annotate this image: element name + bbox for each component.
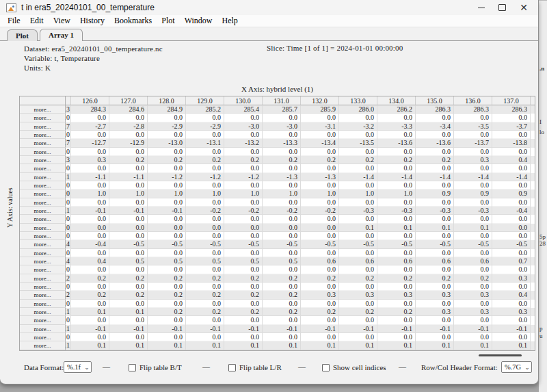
table-cell[interactable]: 0.0 (71, 215, 109, 223)
table-cell[interactable]: 0.0 (377, 164, 416, 172)
table-cell[interactable]: 0.2 (224, 291, 263, 299)
table-cell[interactable]: 0.0 (454, 164, 492, 172)
tab-array-1[interactable]: Array 1 (40, 29, 83, 41)
show-indices-checkbox[interactable] (322, 364, 330, 371)
table-cell[interactable]: 0.0 (492, 224, 531, 232)
table-cell[interactable]: -13.0 (148, 139, 186, 147)
table-cell[interactable]: 0.1 (416, 224, 454, 232)
table-cell[interactable]: -0.1 (109, 207, 148, 215)
table-cell[interactable]: -0.1 (186, 325, 224, 333)
table-cell[interactable]: -0.5 (224, 240, 263, 248)
table-cell[interactable]: 0.0 (186, 114, 224, 122)
table-cell[interactable]: 0.0 (71, 333, 109, 341)
table-cell[interactable]: -0.3 (416, 207, 454, 215)
table-cell[interactable]: 0.1 (186, 341, 224, 350)
table-cell[interactable]: 0.0 (224, 265, 263, 274)
menu-file[interactable]: File (3, 16, 25, 26)
table-cell[interactable]: 0.0 (109, 224, 148, 232)
table-cell[interactable]: 0.0 (454, 249, 492, 257)
table-cell[interactable]: 0.0 (186, 215, 224, 223)
table-cell[interactable]: 0.2 (186, 291, 224, 299)
table-cell[interactable]: 0.0 (109, 114, 148, 122)
table-cell[interactable]: 0.0 (492, 131, 531, 139)
table-cell[interactable]: 1.0 (263, 190, 301, 198)
table-cell[interactable]: 0.0 (492, 181, 531, 190)
table-cell[interactable]: 0.0 (109, 232, 148, 240)
table-cell[interactable]: 0.0 (71, 164, 109, 172)
table-cell[interactable]: 286.2 (377, 105, 416, 114)
table-cell[interactable]: 0.0 (71, 224, 109, 232)
table-cell[interactable]: 0.3 (339, 291, 377, 299)
table-cell[interactable]: 286.3 (492, 105, 531, 114)
table-cell[interactable]: 0.3 (416, 308, 454, 316)
table-cell[interactable]: -1.2 (224, 173, 263, 181)
table-cell[interactable]: 0.2 (186, 156, 224, 164)
table-cell[interactable]: 0.0 (148, 215, 186, 223)
table-cell[interactable]: 0.2 (71, 291, 109, 299)
table-cell[interactable]: -0.2 (263, 207, 301, 215)
table-cell[interactable]: 0.2 (339, 274, 377, 283)
table-cell[interactable]: 0.0 (301, 148, 339, 156)
table-cell[interactable]: -0.4 (71, 240, 109, 248)
table-cell[interactable]: 1.0 (109, 190, 148, 198)
table-cell[interactable]: -1.1 (71, 173, 109, 181)
table-cell[interactable]: -0.1 (454, 325, 492, 333)
table-cell[interactable]: -1.4 (492, 173, 531, 181)
table-cell[interactable]: 0.0 (416, 148, 454, 156)
menu-bookmarks[interactable]: Bookmarks (109, 16, 157, 26)
table-cell[interactable]: 0.0 (186, 181, 224, 190)
table-cell[interactable]: 0.0 (492, 164, 531, 172)
table-cell[interactable]: 0.0 (263, 131, 301, 139)
table-cell[interactable]: -0.1 (109, 325, 148, 333)
table-cell[interactable]: 0.0 (263, 224, 301, 232)
table-cell[interactable]: -2.8 (109, 122, 148, 131)
row-header-more[interactable]: more... (20, 274, 66, 283)
table-cell[interactable]: 0.0 (109, 333, 148, 341)
table-cell[interactable]: 0.1 (416, 341, 454, 350)
table-cell[interactable]: 0.0 (416, 215, 454, 223)
table-cell[interactable]: 0.0 (263, 148, 301, 156)
row-header-more[interactable]: more... (20, 148, 66, 156)
table-cell[interactable]: -0.1 (224, 325, 263, 333)
table-cell[interactable]: 0.0 (377, 333, 416, 341)
table-cell[interactable]: 0.0 (71, 265, 109, 274)
table-cell[interactable]: -0.1 (301, 325, 339, 333)
table-cell[interactable]: -2.9 (186, 122, 224, 131)
table-cell[interactable]: 0.2 (301, 156, 339, 164)
table-cell[interactable]: 0.0 (224, 333, 263, 341)
table-cell[interactable]: 0.0 (109, 265, 148, 274)
table-cell[interactable]: 0.0 (186, 333, 224, 341)
table-cell[interactable]: -13.4 (301, 139, 339, 147)
table-cell[interactable]: 0.0 (148, 265, 186, 274)
table-cell[interactable]: -3.0 (224, 122, 263, 131)
table-cell[interactable]: 0.0 (492, 148, 531, 156)
table-cell[interactable]: 0.9 (416, 190, 454, 198)
table-cell[interactable]: 0.0 (301, 181, 339, 190)
table-cell[interactable]: 0.0 (339, 148, 377, 156)
table-cell[interactable]: 0.0 (148, 181, 186, 190)
table-cell[interactable]: 0.1 (148, 341, 186, 350)
menu-history[interactable]: History (75, 16, 109, 26)
table-cell[interactable]: 1.0 (148, 190, 186, 198)
table-cell[interactable]: 285.2 (186, 105, 224, 114)
table-cell[interactable]: 1.0 (224, 190, 263, 198)
table-cell[interactable]: 0.2 (263, 274, 301, 283)
table-cell[interactable]: 0.0 (71, 181, 109, 190)
table-cell[interactable]: 0.6 (377, 257, 416, 265)
table-cell[interactable]: -0.1 (339, 325, 377, 333)
table-cell[interactable]: 0.0 (454, 198, 492, 207)
table-cell[interactable]: 0.5 (263, 257, 301, 265)
table-cell[interactable]: 0.0 (454, 300, 492, 308)
table-cell[interactable]: 0.2 (148, 291, 186, 299)
table-cell[interactable]: 0.0 (186, 249, 224, 257)
table-cell[interactable]: 0.0 (148, 131, 186, 139)
table-cell[interactable]: 0.0 (377, 232, 416, 240)
table-cell[interactable]: 0.1 (301, 341, 339, 350)
table-cell[interactable]: 0.0 (109, 198, 148, 207)
table-cell[interactable]: 0.2 (416, 156, 454, 164)
table-cell[interactable]: 0.4 (71, 257, 109, 265)
table-cell[interactable]: -0.5 (148, 240, 186, 248)
header-format-select[interactable]: %.7G ⌄ (501, 361, 532, 373)
table-cell[interactable]: 0.0 (109, 148, 148, 156)
table-cell[interactable]: 284.9 (148, 105, 186, 114)
